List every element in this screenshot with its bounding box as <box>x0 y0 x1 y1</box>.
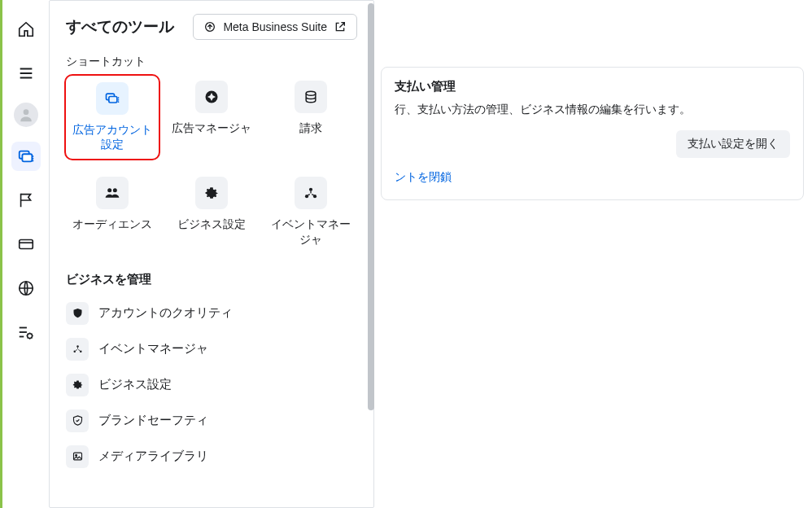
external-link-icon <box>334 20 347 33</box>
manage-label: ビジネス設定 <box>98 377 172 392</box>
menu-icon[interactable] <box>11 59 41 88</box>
shortcut-ad-account-settings[interactable]: 広告アカウント設定 <box>64 74 160 160</box>
svg-rect-15 <box>19 336 24 338</box>
compass-icon <box>195 81 228 113</box>
media-icon <box>66 445 89 468</box>
all-tools-flyout: すべてのツール Meta Business Suite ショートカット 広告アカ… <box>49 0 374 508</box>
shortcut-label: 広告アカウント設定 <box>72 123 153 152</box>
manage-business-list: アカウントのクオリティ イベントマネージャ ビジネス設定 ブランドセーフティ メ… <box>66 296 357 475</box>
manage-label: イベントマネージャ <box>98 341 208 357</box>
shortcut-label: オーディエンス <box>72 217 152 232</box>
svg-point-26 <box>113 189 117 193</box>
svg-rect-10 <box>19 240 33 249</box>
ad-settings-icon <box>96 82 129 115</box>
payment-management-card: 支払い管理 行、支払い方法の管理、ビジネス情報の編集を行います。 支払い設定を開… <box>381 67 804 200</box>
svg-point-30 <box>76 346 79 348</box>
manage-item-account-quality[interactable]: アカウントのクオリティ <box>66 296 357 331</box>
svg-point-7 <box>32 158 33 160</box>
svg-rect-13 <box>19 327 26 329</box>
shortcut-audiences[interactable]: オーディエンス <box>66 177 159 247</box>
shortcut-business-settings[interactable]: ビジネス設定 <box>165 177 258 247</box>
shortcut-grid: 広告アカウント設定 広告マネージャ 請求 オーディエンス <box>66 81 357 247</box>
svg-point-35 <box>75 455 76 457</box>
card-description: 行、支払い方法の管理、ビジネス情報の編集を行います。 <box>395 103 790 117</box>
manage-label: アカウントのクオリティ <box>98 305 233 321</box>
mbs-label: Meta Business Suite <box>223 20 327 33</box>
shortcut-label: ビジネス設定 <box>177 217 246 232</box>
svg-point-20 <box>118 97 120 99</box>
manage-item-business-settings[interactable]: ビジネス設定 <box>66 367 357 403</box>
card-icon[interactable] <box>11 230 41 259</box>
shortcut-label: イベントマネージャ <box>270 217 351 247</box>
svg-point-6 <box>32 155 33 157</box>
flag-icon[interactable] <box>11 186 41 215</box>
manage-label: メディアライブラリ <box>98 449 208 464</box>
shortcuts-section-label: ショートカット <box>66 55 357 69</box>
shortcut-billing[interactable]: 請求 <box>264 81 357 154</box>
settings-list-icon[interactable] <box>11 318 41 347</box>
badge-icon <box>66 409 89 432</box>
svg-point-32 <box>80 351 82 353</box>
avatar[interactable] <box>14 103 38 127</box>
sidebar-rail <box>2 0 49 508</box>
manage-item-events-manager[interactable]: イベントマネージャ <box>66 331 357 367</box>
shield-icon <box>66 302 89 325</box>
events-icon <box>295 177 327 209</box>
flyout-title: すべてのツール <box>66 16 174 37</box>
svg-rect-14 <box>19 331 26 333</box>
home-icon[interactable] <box>11 15 41 44</box>
meta-icon <box>203 20 216 33</box>
open-payment-settings-button[interactable]: 支払い設定を開く <box>676 130 790 158</box>
manage-item-media-library[interactable]: メディアライブラリ <box>66 439 357 475</box>
svg-point-22 <box>118 101 120 103</box>
events-icon <box>66 338 89 361</box>
svg-point-31 <box>73 351 76 353</box>
svg-rect-19 <box>109 97 117 103</box>
coins-icon <box>295 81 327 113</box>
manage-item-brand-safety[interactable]: ブランドセーフティ <box>66 403 357 439</box>
card-title: 支払い管理 <box>395 79 790 94</box>
meta-business-suite-button[interactable]: Meta Business Suite <box>193 14 357 40</box>
manage-label: ブランドセーフティ <box>98 413 208 428</box>
svg-point-21 <box>118 99 120 101</box>
scrollbar[interactable] <box>368 3 374 410</box>
ad-settings-icon[interactable] <box>11 142 41 171</box>
globe-icon[interactable] <box>11 274 41 303</box>
shortcut-label: 広告マネージャ <box>172 121 251 136</box>
gear-icon <box>195 177 228 209</box>
shortcut-ads-manager[interactable]: 広告マネージャ <box>165 81 258 154</box>
svg-point-25 <box>107 189 111 193</box>
manage-business-heading: ビジネスを管理 <box>66 272 357 287</box>
svg-point-24 <box>306 91 316 95</box>
svg-point-8 <box>32 160 33 161</box>
svg-point-3 <box>23 109 28 115</box>
svg-point-27 <box>309 188 312 191</box>
gear-icon <box>66 374 89 396</box>
audience-icon <box>96 177 129 209</box>
shortcut-events-manager[interactable]: イベントマネージャ <box>264 177 357 247</box>
shortcut-label: 請求 <box>299 121 322 136</box>
svg-rect-5 <box>22 154 32 161</box>
close-account-link[interactable]: ントを閉鎖 <box>395 170 452 183</box>
